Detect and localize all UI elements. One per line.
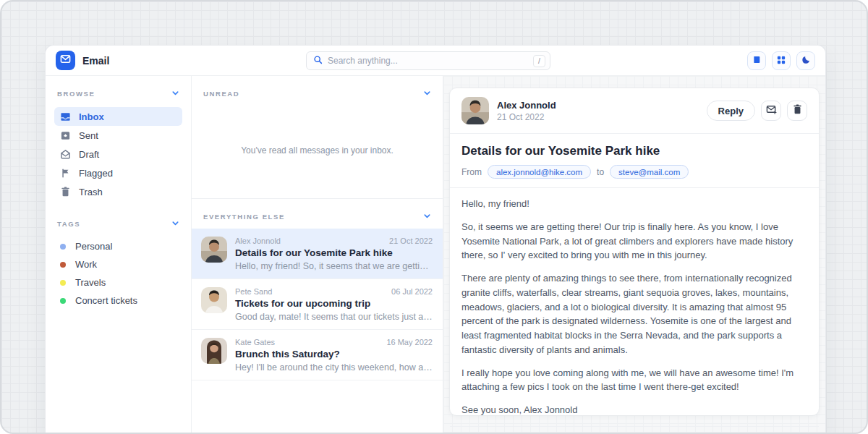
unread-empty-message: You've read all messages in your inbox. <box>192 106 443 198</box>
topbar: Email / <box>46 46 825 76</box>
tag-label: Work <box>75 259 97 270</box>
sidebar-item-sent[interactable]: Sent <box>54 126 182 145</box>
grid-icon <box>777 54 786 67</box>
unread-section-title: UNREAD <box>203 90 239 98</box>
browse-section-header[interactable]: BROWSE <box>54 87 182 100</box>
mail-list-item-alex[interactable]: Alex Jonnold 21 Oct 2022 Details for our… <box>192 229 443 279</box>
tag-label: Travels <box>75 277 106 288</box>
app-title: Email <box>82 55 109 67</box>
sidebar-item-trash[interactable]: Trash <box>54 182 182 201</box>
sidebar-item-inbox[interactable]: Inbox <box>54 107 182 126</box>
mail-list-item-kate[interactable]: Kate Gates 16 May 2022 Brunch this Satur… <box>192 330 443 380</box>
email-header: Alex Jonnold 21 Oct 2022 Reply <box>461 97 807 124</box>
sidebar-item-flagged[interactable]: Flagged <box>54 163 182 182</box>
avatar <box>201 287 227 313</box>
reply-button[interactable]: Reply <box>707 101 755 121</box>
mail-item-preview: Hey! I'll be around the city this weeken… <box>235 362 433 373</box>
tag-item-travels[interactable]: Travels <box>54 273 182 292</box>
mail-item-sender: Kate Gates <box>235 338 275 346</box>
mail-item-subject: Tickets for our upcoming trip <box>235 298 433 309</box>
chevron-down-icon[interactable] <box>171 87 179 100</box>
divider <box>450 133 819 134</box>
sidebar: BROWSE Inbox Sent <box>46 76 192 434</box>
flag-icon <box>60 168 71 178</box>
unread-section: UNREAD You've read all messages in your … <box>192 76 443 199</box>
chevron-down-icon[interactable] <box>423 87 431 100</box>
search-bar[interactable]: / <box>306 51 550 70</box>
mail-item-subject: Details for our Yosemite Park hike <box>235 247 433 258</box>
email-paragraph: There are plenty of amazing things to se… <box>461 271 807 357</box>
email-date: 21 Oct 2022 <box>497 112 556 122</box>
desktop-background: Email / <box>0 0 868 434</box>
sidebar-item-label: Inbox <box>79 111 104 122</box>
avatar <box>201 237 227 263</box>
tag-color-dot <box>60 280 66 286</box>
addressbook-button[interactable] <box>747 51 766 70</box>
divider <box>450 187 819 188</box>
draft-icon <box>60 149 71 160</box>
reader-pane: Alex Jonnold 21 Oct 2022 Reply <box>443 76 825 434</box>
sidebar-item-label: Trash <box>79 187 103 197</box>
message-list: UNREAD You've read all messages in your … <box>192 76 443 434</box>
delete-button[interactable] <box>787 101 807 121</box>
email-body: Hello, my friend! So, it seems we are ge… <box>461 197 807 417</box>
envelope-plus-icon <box>766 104 777 118</box>
mark-unread-button[interactable] <box>761 101 781 121</box>
mail-item-sender: Alex Jonnold <box>235 237 281 245</box>
email-paragraph: I really hope you love coming along with… <box>461 366 807 395</box>
avatar <box>201 338 227 364</box>
sidebar-item-draft[interactable]: Draft <box>54 145 182 163</box>
open-email-card: Alex Jonnold 21 Oct 2022 Reply <box>449 88 820 416</box>
book-icon <box>752 54 762 67</box>
tag-label: Personal <box>75 241 112 252</box>
email-app-window: Email / <box>45 45 826 434</box>
tag-color-dot <box>60 298 66 304</box>
mail-item-date: 21 Oct 2022 <box>389 237 433 245</box>
mail-item-date: 16 May 2022 <box>386 338 433 346</box>
mail-item-subject: Brunch this Saturday? <box>235 349 433 359</box>
from-email-chip[interactable]: alex.jonnold@hike.com <box>488 165 591 179</box>
sidebar-item-label: Draft <box>79 149 99 160</box>
mail-item-sender: Pete Sand <box>235 287 272 296</box>
to-label: to <box>597 167 604 177</box>
sent-icon <box>60 130 71 141</box>
topbar-actions <box>747 51 815 70</box>
tag-color-dot <box>60 244 66 250</box>
email-actions: Reply <box>707 101 807 121</box>
tags-section-header[interactable]: TAGS <box>54 217 182 230</box>
from-label: From <box>461 167 482 177</box>
address-row: From alex.jonnold@hike.com to steve@mail… <box>461 165 807 179</box>
tag-item-concert-tickets[interactable]: Concert tickets <box>54 292 182 310</box>
chevron-down-icon[interactable] <box>171 217 179 230</box>
avatar <box>461 97 489 124</box>
unread-section-header[interactable]: UNREAD <box>192 76 443 106</box>
everything-else-header[interactable]: EVERYTHING ELSE <box>192 199 443 229</box>
mail-list-item-pete[interactable]: Pete Sand 06 Jul 2022 Tickets for our up… <box>192 279 443 330</box>
trash-icon <box>60 187 71 197</box>
sidebar-item-label: Flagged <box>79 168 113 179</box>
to-email-chip[interactable]: steve@mail.com <box>610 165 689 179</box>
email-paragraph: Hello, my friend! <box>461 197 807 211</box>
search-icon <box>313 54 323 67</box>
mail-item-preview: Good day, mate! It seems that our ticket… <box>235 312 433 322</box>
app-logo <box>56 51 75 70</box>
moon-icon <box>801 54 811 67</box>
inbox-icon <box>60 111 71 122</box>
dark-mode-button[interactable] <box>796 51 815 70</box>
everything-else-title: EVERYTHING ELSE <box>203 213 285 221</box>
browse-section-title: BROWSE <box>57 90 95 98</box>
tag-item-work[interactable]: Work <box>54 255 182 273</box>
tag-color-dot <box>60 262 66 268</box>
mail-item-preview: Hello, my friend! So, it seems that we a… <box>235 261 433 271</box>
chevron-down-icon[interactable] <box>423 210 431 223</box>
sender-name: Alex Jonnold <box>497 100 556 111</box>
trash-icon <box>793 104 802 117</box>
mail-item-date: 06 Jul 2022 <box>391 287 433 296</box>
apps-button[interactable] <box>772 51 791 70</box>
search-shortcut-key: / <box>533 55 545 67</box>
email-paragraph: So, it seems we are getting there! Our t… <box>461 220 807 263</box>
tag-item-personal[interactable]: Personal <box>54 237 182 255</box>
email-paragraph: See you soon, Alex Jonnold <box>461 403 807 417</box>
search-input[interactable] <box>328 56 533 66</box>
email-subject: Details for our Yosemite Park hike <box>461 144 807 158</box>
